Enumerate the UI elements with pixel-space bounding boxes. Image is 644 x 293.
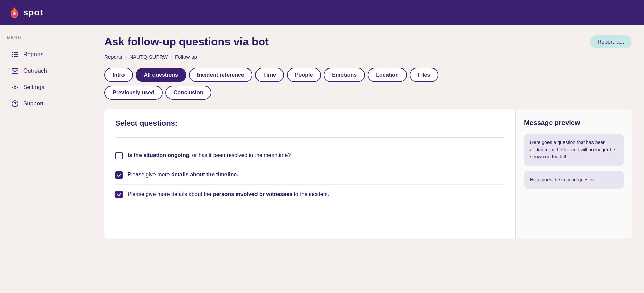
question-item-3: Please give more details about the perso… bbox=[115, 185, 504, 204]
question-text-1-after: or has it been resolved in the meantime? bbox=[192, 152, 291, 158]
tab-conclusion[interactable]: Conclusion bbox=[165, 86, 211, 100]
question-text-3-normal: Please give more details about the bbox=[128, 191, 213, 197]
sidebar: MENU Reports Outrea bbox=[0, 25, 92, 293]
app-header: spot bbox=[0, 0, 644, 25]
tab-all-questions[interactable]: All questions bbox=[136, 68, 186, 82]
svg-rect-8 bbox=[14, 56, 18, 57]
sidebar-item-outreach[interactable]: Outreach bbox=[7, 63, 85, 78]
svg-rect-6 bbox=[14, 54, 18, 55]
tab-people[interactable]: People bbox=[287, 68, 321, 82]
questions-panel: Select questions: Is the situation ongoi… bbox=[104, 109, 516, 239]
sidebar-item-support[interactable]: Support bbox=[7, 96, 85, 111]
question-item-2: Please give more details about the timel… bbox=[115, 165, 504, 185]
tab-bar-row2: Previously used Conclusion bbox=[104, 86, 632, 100]
question-text-1-bold: Is the situation ongoing, bbox=[128, 152, 191, 158]
logo-text: spot bbox=[23, 7, 43, 18]
checkmark-icon-2 bbox=[117, 173, 121, 178]
questions-divider bbox=[115, 137, 504, 138]
tab-intro[interactable]: Intro bbox=[104, 68, 133, 82]
breadcrumb-sep-1: › bbox=[125, 54, 127, 60]
question-text-1: Is the situation ongoing, or has it been… bbox=[128, 151, 291, 159]
logo[interactable]: spot bbox=[8, 6, 43, 18]
sidebar-item-support-label: Support bbox=[23, 100, 44, 107]
sidebar-item-outreach-label: Outreach bbox=[23, 67, 47, 74]
mail-icon bbox=[11, 67, 19, 75]
svg-point-12 bbox=[15, 105, 15, 106]
main-content: Ask follow-up questions via bot Report l… bbox=[92, 25, 644, 293]
svg-point-2 bbox=[13, 12, 16, 15]
list-icon bbox=[11, 50, 19, 59]
spot-logo-icon bbox=[8, 6, 20, 18]
question-checkbox-3[interactable] bbox=[115, 191, 123, 198]
checkmark-icon-3 bbox=[117, 192, 121, 197]
tab-location[interactable]: Location bbox=[368, 68, 407, 82]
preview-bubble-2: Here goes the second questio... bbox=[524, 171, 624, 189]
question-text-3-after: to the incident. bbox=[294, 191, 329, 197]
tab-time[interactable]: Time bbox=[255, 68, 284, 82]
report-label-button[interactable]: Report la... bbox=[590, 35, 632, 48]
questions-panel-title: Select questions: bbox=[115, 119, 504, 128]
question-icon bbox=[11, 99, 19, 108]
tab-incident-reference[interactable]: Incident reference bbox=[189, 68, 252, 82]
page-layout: MENU Reports Outrea bbox=[0, 25, 644, 293]
svg-rect-5 bbox=[12, 54, 13, 55]
preview-title: Message preview bbox=[524, 119, 624, 127]
tab-bar-row1: Intro All questions Incident reference T… bbox=[104, 68, 632, 82]
breadcrumb-current: Follow-up bbox=[175, 54, 197, 60]
question-text-2-normal: Please give more bbox=[128, 172, 171, 178]
question-checkbox-1[interactable] bbox=[115, 152, 123, 159]
sidebar-item-settings[interactable]: Settings bbox=[7, 80, 85, 95]
sidebar-item-settings-label: Settings bbox=[23, 84, 44, 91]
tab-emotions[interactable]: Emotions bbox=[324, 68, 365, 82]
svg-rect-7 bbox=[12, 56, 13, 57]
tab-previously-used[interactable]: Previously used bbox=[104, 86, 163, 100]
breadcrumb-sep-2: › bbox=[171, 54, 172, 60]
breadcrumb-reports[interactable]: Reports bbox=[104, 54, 122, 60]
tab-files[interactable]: Files bbox=[410, 68, 438, 82]
question-text-3-bold: persons involved or witnesses bbox=[213, 191, 292, 197]
question-text-2-bold: details about the timeline. bbox=[171, 172, 238, 178]
svg-rect-4 bbox=[14, 52, 18, 53]
preview-panel: Message preview Here goes a question tha… bbox=[516, 109, 632, 239]
question-text-3: Please give more details about the perso… bbox=[128, 190, 329, 198]
content-area: Select questions: Is the situation ongoi… bbox=[104, 109, 632, 239]
breadcrumb: Reports › NAUTQ-SUPRW › Follow-up bbox=[104, 54, 632, 60]
page-title: Ask follow-up questions via bot bbox=[104, 35, 269, 48]
svg-rect-9 bbox=[12, 69, 18, 73]
preview-bubble-1: Here goes a question that has been added… bbox=[524, 134, 624, 166]
svg-point-10 bbox=[14, 86, 16, 88]
sidebar-item-reports[interactable]: Reports bbox=[7, 47, 85, 62]
question-item-1: Is the situation ongoing, or has it been… bbox=[115, 146, 504, 165]
breadcrumb-report-id[interactable]: NAUTQ-SUPRW bbox=[129, 54, 168, 60]
gear-icon bbox=[11, 83, 19, 91]
svg-rect-3 bbox=[12, 52, 13, 53]
question-checkbox-2[interactable] bbox=[115, 171, 123, 179]
menu-label: MENU bbox=[7, 35, 85, 40]
question-text-2: Please give more details about the timel… bbox=[128, 171, 238, 179]
sidebar-item-reports-label: Reports bbox=[23, 51, 44, 58]
page-title-row: Ask follow-up questions via bot Report l… bbox=[104, 35, 632, 48]
